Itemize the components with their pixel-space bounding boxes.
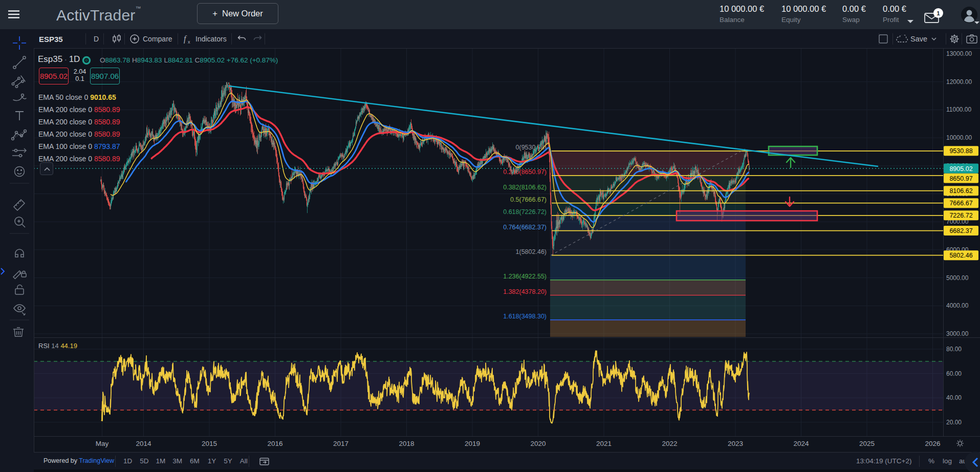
svg-text:2019: 2019 — [465, 440, 480, 447]
svg-text:May: May — [96, 440, 109, 447]
svg-text:7226.72: 7226.72 — [949, 212, 972, 219]
svg-text:60.00: 60.00 — [946, 370, 962, 377]
svg-text:9530.88: 9530.88 — [949, 147, 972, 155]
svg-text:x: x — [188, 39, 190, 44]
svg-text:8905.02: 8905.02 — [949, 165, 972, 173]
svg-text:5000.00: 5000.00 — [946, 274, 969, 282]
svg-text:2014: 2014 — [136, 440, 151, 447]
svg-text:8106.62: 8106.62 — [949, 187, 972, 195]
svg-text:12000.00: 12000.00 — [946, 78, 972, 85]
svg-text:10000.00: 10000.00 — [946, 134, 972, 141]
svg-text:2025: 2025 — [859, 440, 875, 447]
svg-text:1.618(3498.30): 1.618(3498.30) — [503, 313, 547, 320]
svg-text:40.00: 40.00 — [946, 394, 962, 401]
svg-text:13000.00: 13000.00 — [946, 50, 972, 57]
svg-text:0.5(7666.67): 0.5(7666.67) — [510, 196, 547, 203]
svg-text:2022: 2022 — [662, 440, 677, 447]
svg-text:2026: 2026 — [925, 440, 940, 447]
svg-text:0.764(6682.37): 0.764(6682.37) — [503, 224, 547, 231]
svg-text:1.236(4922.55): 1.236(4922.55) — [503, 273, 547, 280]
svg-text:80.00: 80.00 — [946, 346, 962, 353]
svg-text:0.618(7226.72): 0.618(7226.72) — [503, 208, 547, 216]
svg-text:f: f — [184, 34, 187, 44]
svg-text:11000.00: 11000.00 — [946, 106, 971, 113]
svg-text:5802.46: 5802.46 — [949, 252, 972, 259]
svg-text:2018: 2018 — [399, 440, 414, 447]
svg-text:6682.37: 6682.37 — [949, 227, 972, 234]
svg-text:2016: 2016 — [267, 440, 282, 447]
svg-text:2021: 2021 — [596, 440, 612, 447]
svg-text:1: 1 — [937, 10, 940, 16]
svg-text:2015: 2015 — [202, 440, 217, 447]
svg-text:4000.00: 4000.00 — [946, 302, 969, 309]
svg-text:1(5802.46): 1(5802.46) — [516, 248, 547, 255]
svg-text:2020: 2020 — [530, 440, 546, 447]
svg-text:0.236(8650.97): 0.236(8650.97) — [503, 168, 547, 176]
svg-text:2024: 2024 — [793, 440, 809, 447]
svg-text:0.382(8106.62): 0.382(8106.62) — [503, 184, 547, 191]
svg-text:2023: 2023 — [728, 440, 743, 447]
svg-text:20.00: 20.00 — [946, 419, 962, 426]
svg-text:1.382(4378.20): 1.382(4378.20) — [503, 288, 547, 295]
svg-text:7666.67: 7666.67 — [949, 200, 972, 207]
svg-text:8650.97: 8650.97 — [949, 175, 972, 182]
svg-text:2017: 2017 — [333, 440, 349, 447]
svg-text:3000.00: 3000.00 — [946, 330, 969, 337]
